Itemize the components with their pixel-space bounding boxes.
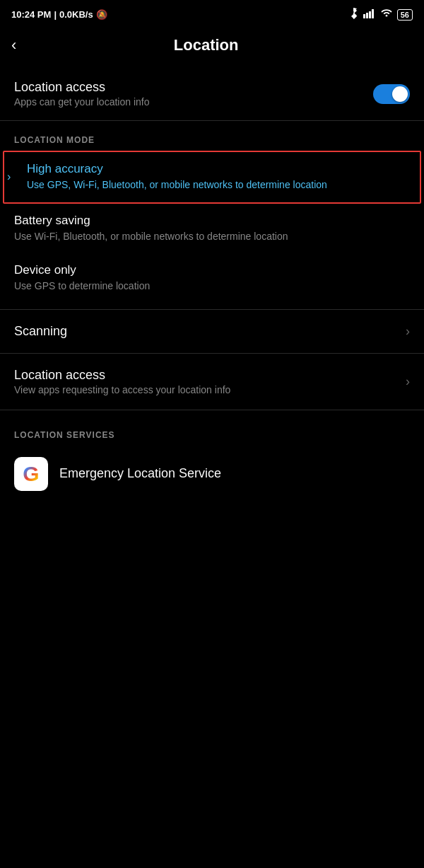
header: ‹ Location (0, 26, 424, 67)
location-access-label: Location access (14, 80, 149, 95)
network-speed: | (54, 9, 57, 20)
page-title: Location (22, 36, 390, 54)
chevron-left-icon: › (7, 170, 11, 183)
wifi-icon (380, 8, 393, 21)
location-access-toggle-row: Location access Apps can get your locati… (0, 67, 424, 120)
emergency-location-label: Emergency Location Service (59, 466, 221, 481)
scanning-title: Scanning (14, 324, 406, 339)
scanning-row[interactable]: Scanning › (0, 310, 424, 353)
location-access-text: Location access Apps can get your locati… (14, 80, 149, 108)
mode-high-accuracy-desc: Use GPS, Wi-Fi, Bluetooth, or mobile net… (27, 178, 406, 192)
status-right: 56 (349, 7, 413, 22)
emergency-location-service-item[interactable]: G Emergency Location Service (0, 446, 424, 502)
mode-battery-saving-desc: Use Wi-Fi, Bluetooth, or mobile networks… (14, 230, 410, 244)
scanning-chevron-icon: › (406, 324, 410, 339)
location-services-label: LOCATION SERVICES (0, 416, 424, 446)
mode-battery-saving-title: Battery saving (14, 214, 410, 228)
location-access-row[interactable]: Location access View apps requesting to … (0, 354, 424, 410)
scanning-text: Scanning (14, 324, 406, 339)
time: 10:24 PM (11, 9, 51, 20)
status-left: 10:24 PM | 0.0KB/s 🔕 (11, 9, 107, 20)
svg-rect-1 (366, 13, 368, 18)
svg-rect-2 (369, 11, 371, 18)
svg-rect-0 (363, 14, 365, 18)
mode-high-accuracy[interactable]: › High accuracy Use GPS, Wi-Fi, Bluetoot… (3, 151, 421, 204)
battery-indicator: 56 (397, 9, 413, 21)
location-access-row-text: Location access View apps requesting to … (14, 368, 406, 395)
location-access-toggle[interactable] (373, 84, 410, 104)
location-mode-section: LOCATION MODE › High accuracy Use GPS, W… (0, 121, 424, 303)
divider-4 (0, 410, 424, 410)
bluetooth-icon (349, 7, 359, 22)
mode-battery-saving[interactable]: Battery saving Use Wi-Fi, Bluetooth, or … (0, 204, 424, 254)
status-bar: 10:24 PM | 0.0KB/s 🔕 (0, 0, 424, 26)
location-access-row-title: Location access (14, 368, 406, 383)
svg-rect-3 (372, 9, 374, 18)
location-access-chevron-icon: › (406, 374, 410, 389)
mute-icon: 🔕 (96, 9, 107, 20)
mode-device-only-title: Device only (14, 263, 410, 277)
location-access-sublabel: Apps can get your location info (14, 96, 149, 108)
battery-level: 56 (401, 11, 409, 19)
back-button[interactable]: ‹ (11, 35, 22, 56)
signal-icon (363, 8, 376, 21)
mode-high-accuracy-title: High accuracy (27, 162, 406, 176)
location-mode-section-label: LOCATION MODE (0, 121, 424, 151)
google-logo: G (23, 462, 39, 486)
mode-device-only-desc: Use GPS to determine location (14, 279, 410, 294)
location-access-row-subtitle: View apps requesting to access your loca… (14, 384, 406, 395)
network-speed-value: 0.0KB/s (59, 9, 93, 20)
google-icon: G (14, 457, 48, 491)
mode-device-only[interactable]: Device only Use GPS to determine locatio… (0, 253, 424, 303)
location-services-section: LOCATION SERVICES G Emergency Location S… (0, 416, 424, 502)
